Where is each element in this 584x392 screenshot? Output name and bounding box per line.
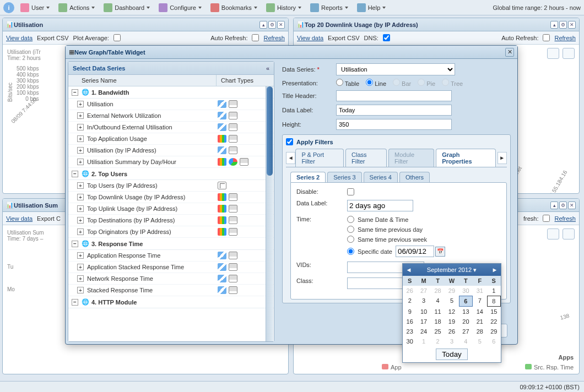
calendar-day[interactable]: 28 [431, 286, 445, 296]
series-item[interactable]: +Top Users (by IP Address) [68, 180, 274, 192]
expand-icon[interactable]: + [77, 101, 84, 107]
calendar-day[interactable]: 29 [445, 286, 458, 296]
table-chart-icon[interactable] [229, 193, 237, 201]
series-item[interactable]: +Utilisation Summary by Day/Hour [68, 156, 274, 168]
calendar-day[interactable]: 12 [445, 307, 458, 317]
auto-refresh-checkbox[interactable] [543, 34, 550, 41]
time-specific-date[interactable]: Specific date 📅 [347, 246, 445, 257]
col-chart-types[interactable]: Chart Types [217, 75, 274, 86]
expand-icon[interactable]: + [77, 217, 84, 224]
view-data-link[interactable]: View data [6, 215, 33, 222]
series-item[interactable]: +Application Stacked Response Time [68, 262, 274, 273]
disable-checkbox[interactable] [347, 188, 354, 195]
calendar-today-button[interactable]: Today [436, 349, 468, 360]
presentation-table[interactable]: Table [336, 79, 359, 87]
calendar-day[interactable]: 7 [473, 296, 486, 307]
calendar-day[interactable]: 2 [431, 336, 445, 346]
bar-chart-icon[interactable] [218, 135, 226, 143]
collapse-icon[interactable]: − [72, 171, 78, 177]
toolbar-history[interactable]: History [262, 1, 305, 14]
close-icon[interactable]: ✕ [505, 48, 514, 57]
calendar-day[interactable]: 9 [403, 307, 417, 317]
bar-chart-icon[interactable] [218, 216, 226, 224]
table-chart-icon[interactable] [229, 146, 237, 154]
calendar-day[interactable]: 24 [417, 326, 430, 336]
pie-chart-icon[interactable] [229, 158, 237, 166]
calendar-day[interactable]: 5 [445, 296, 458, 307]
calendar-day[interactable]: 26 [403, 286, 417, 296]
series-item[interactable]: +Utilisation (by IP Address) [68, 145, 274, 156]
height-input[interactable] [336, 119, 452, 130]
tree-chart-icon[interactable] [218, 182, 226, 189]
prev-month-icon[interactable]: ◄ [405, 266, 413, 274]
table-chart-icon[interactable] [229, 216, 237, 224]
series-item[interactable]: +Application Response Time [68, 250, 274, 262]
calendar-day[interactable]: 13 [459, 307, 473, 317]
expand-icon[interactable]: + [77, 275, 84, 282]
calendar-day[interactable]: 26 [445, 326, 458, 336]
calendar-day[interactable]: 31 [473, 286, 486, 296]
close-icon[interactable]: ✕ [277, 21, 285, 29]
close-icon[interactable]: ✕ [568, 21, 576, 29]
refresh-link[interactable]: Refresh [263, 35, 285, 41]
data-series-select[interactable]: Utilisation [336, 63, 455, 75]
collapse-icon[interactable]: ▴ [550, 202, 558, 209]
series-item[interactable]: +Top Originators (by IP Address) [68, 226, 274, 238]
filter-tab-p-port-filter[interactable]: P & Port Filter [295, 149, 344, 167]
specific-date-input[interactable] [396, 246, 434, 257]
calendar-day[interactable]: 17 [417, 317, 430, 326]
table-chart-icon[interactable] [229, 123, 237, 131]
auto-refresh-checkbox[interactable] [252, 34, 259, 41]
table-chart-icon[interactable] [229, 100, 237, 108]
download-icon[interactable] [563, 48, 575, 59]
bar-chart-icon[interactable] [218, 193, 226, 201]
table-chart-icon[interactable] [229, 112, 237, 119]
calendar-day[interactable]: 3 [445, 336, 458, 346]
calendar-day[interactable]: 23 [403, 326, 417, 336]
print-icon[interactable] [547, 228, 559, 239]
line-chart-icon[interactable] [218, 123, 226, 131]
calendar-day[interactable]: 21 [473, 317, 486, 326]
expand-icon[interactable]: + [77, 182, 84, 189]
series-tab-others[interactable]: Others [399, 172, 430, 182]
line-chart-icon[interactable] [218, 263, 226, 271]
auto-refresh-checkbox[interactable] [543, 215, 550, 222]
close-icon[interactable]: ✕ [568, 202, 576, 209]
expand-icon[interactable]: + [77, 147, 84, 154]
expand-icon[interactable]: + [77, 205, 84, 212]
scrollbar[interactable] [266, 86, 273, 341]
export-csv-link[interactable]: Export CSV [328, 35, 359, 41]
toolbar-user[interactable]: User [17, 1, 53, 14]
time-same-time-previous-day[interactable]: Same time previous day [347, 226, 445, 233]
time-same-time-previous-week[interactable]: Same time previous week [347, 236, 445, 243]
series-data-label-input[interactable] [347, 200, 413, 211]
series-item[interactable]: +Top Application Usage [68, 133, 274, 145]
bar-chart-icon[interactable] [218, 228, 226, 236]
apply-filters-checkbox[interactable] [286, 138, 293, 145]
table-chart-icon[interactable] [240, 158, 248, 166]
expand-icon[interactable]: + [77, 194, 84, 200]
tab-scroll-left-icon[interactable]: ◄ [286, 152, 295, 164]
calendar-day[interactable]: 30 [459, 286, 473, 296]
time-same-date-time[interactable]: Same Date & Time [347, 216, 445, 223]
toolbar-configure[interactable]: Configure [155, 1, 206, 14]
presentation-line[interactable]: Line [366, 79, 386, 87]
calendar-day[interactable]: 1 [417, 336, 430, 346]
gear-icon[interactable]: ⚙ [559, 21, 567, 29]
toolbar-actions[interactable]: Actions [55, 1, 99, 14]
series-group[interactable]: −🌐2. Top Users [68, 168, 274, 180]
line-chart-icon[interactable] [218, 100, 226, 108]
line-chart-icon[interactable] [218, 252, 226, 259]
calendar-day[interactable]: 27 [417, 286, 430, 296]
calendar-day[interactable]: 15 [487, 307, 501, 317]
calendar-day[interactable]: 8 [487, 296, 501, 307]
collapse-icon[interactable]: − [72, 299, 78, 306]
line-chart-icon[interactable] [218, 146, 226, 154]
print-icon[interactable] [547, 48, 559, 59]
line-chart-icon[interactable] [218, 275, 226, 282]
series-item[interactable]: +Stacked Response Time [68, 285, 274, 296]
expand-icon[interactable]: + [77, 228, 84, 235]
series-tab-series-3[interactable]: Series 3 [327, 172, 361, 182]
calendar-day[interactable]: 4 [431, 296, 445, 307]
calendar-day[interactable]: 11 [431, 307, 445, 317]
